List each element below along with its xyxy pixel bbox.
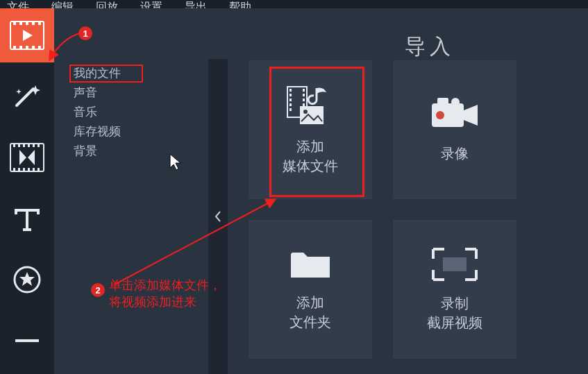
- sidebar-item-backgrounds[interactable]: 背景: [74, 142, 228, 161]
- svg-rect-16: [28, 144, 30, 147]
- page-title: 导入: [405, 33, 455, 61]
- left-toolbar: [0, 8, 54, 374]
- svg-rect-13: [13, 144, 15, 147]
- sidebar-item-myfiles[interactable]: 我的文件: [74, 64, 228, 83]
- svg-rect-21: [23, 168, 25, 171]
- svg-rect-5: [38, 22, 41, 25]
- svg-rect-2: [19, 22, 22, 25]
- menu-file[interactable]: 文件: [7, 3, 29, 8]
- svg-rect-14: [18, 144, 20, 147]
- svg-rect-44: [437, 98, 448, 105]
- tool-filters[interactable]: [0, 69, 54, 124]
- svg-rect-12: [10, 144, 44, 171]
- svg-rect-18: [37, 144, 40, 147]
- svg-rect-35: [289, 108, 292, 111]
- tool-transitions[interactable]: [0, 130, 54, 185]
- svg-marker-25: [19, 150, 26, 165]
- svg-rect-34: [289, 103, 292, 106]
- tile-add-folder[interactable]: 添加文件夹: [249, 220, 372, 359]
- svg-rect-20: [18, 168, 20, 171]
- chevron-left-icon: [214, 210, 222, 223]
- tile-add-media[interactable]: 添加媒体文件: [249, 60, 372, 199]
- svg-rect-29: [15, 339, 39, 342]
- menu-bar: 文件 编辑 回放 设置 导出 帮助: [0, 0, 588, 8]
- tool-titles[interactable]: [0, 192, 54, 246]
- tool-stickers[interactable]: [0, 253, 54, 307]
- main-panel: 导入 添加媒体文件: [228, 8, 588, 374]
- media-files-icon: [286, 84, 335, 126]
- import-tile-grid: 添加媒体文件 录像 添加文件夹: [249, 60, 516, 359]
- sidebar-item-music[interactable]: 音乐: [74, 103, 228, 122]
- svg-rect-32: [289, 94, 292, 96]
- svg-rect-24: [37, 168, 40, 171]
- screen-capture-icon: [430, 246, 479, 282]
- tile-label: 添加文件夹: [289, 293, 331, 332]
- svg-rect-22: [28, 168, 30, 171]
- import-sidebar: 我的文件 声音 音乐 库存视频 背景: [54, 8, 228, 374]
- menu-edit[interactable]: 编辑: [51, 3, 74, 8]
- svg-rect-38: [303, 99, 305, 101]
- svg-rect-41: [300, 106, 324, 124]
- svg-rect-15: [23, 144, 25, 147]
- svg-rect-8: [26, 46, 28, 49]
- svg-marker-46: [464, 105, 478, 126]
- annotation-badge-1: 1: [78, 26, 92, 40]
- svg-rect-3: [26, 22, 28, 25]
- svg-rect-6: [13, 46, 16, 49]
- tool-more[interactable]: [0, 314, 54, 368]
- svg-rect-23: [33, 168, 35, 171]
- collapse-panel-button[interactable]: [208, 59, 228, 374]
- svg-marker-11: [23, 30, 33, 41]
- svg-rect-36: [303, 89, 305, 92]
- camcorder-icon: [428, 96, 482, 133]
- svg-marker-28: [19, 272, 35, 286]
- annotation-badge-2: 2: [91, 283, 105, 297]
- folder-icon: [288, 247, 333, 282]
- tile-label: 添加媒体文件: [283, 137, 338, 176]
- tile-record-screen[interactable]: 录制截屏视频: [393, 220, 516, 359]
- svg-point-42: [303, 110, 308, 114]
- tool-import[interactable]: [0, 8, 54, 62]
- sidebar-item-stockvideo[interactable]: 库存视频: [74, 122, 228, 142]
- svg-rect-39: [303, 103, 305, 106]
- tile-label: 录制截屏视频: [427, 294, 482, 332]
- tile-record-video[interactable]: 录像: [393, 60, 516, 199]
- svg-rect-1: [13, 22, 16, 25]
- svg-rect-4: [32, 22, 35, 25]
- tile-label: 录像: [441, 144, 469, 163]
- svg-rect-17: [33, 144, 35, 147]
- svg-rect-10: [38, 46, 41, 49]
- svg-rect-7: [19, 46, 22, 49]
- svg-point-45: [451, 98, 460, 106]
- menu-playback[interactable]: 回放: [96, 3, 118, 8]
- svg-rect-33: [289, 99, 292, 101]
- svg-rect-19: [13, 168, 15, 171]
- svg-rect-37: [303, 94, 305, 96]
- sidebar-item-sounds[interactable]: 声音: [74, 83, 228, 103]
- svg-rect-9: [32, 46, 35, 49]
- svg-marker-26: [28, 150, 35, 165]
- menu-help[interactable]: 帮助: [229, 3, 251, 8]
- svg-rect-31: [289, 89, 292, 92]
- svg-rect-48: [443, 257, 467, 271]
- menu-settings[interactable]: 设置: [140, 3, 162, 8]
- menu-export[interactable]: 导出: [185, 3, 207, 8]
- svg-point-47: [436, 111, 444, 119]
- annotation-text: 单击添加媒体文件， 将视频添加进来: [109, 277, 221, 310]
